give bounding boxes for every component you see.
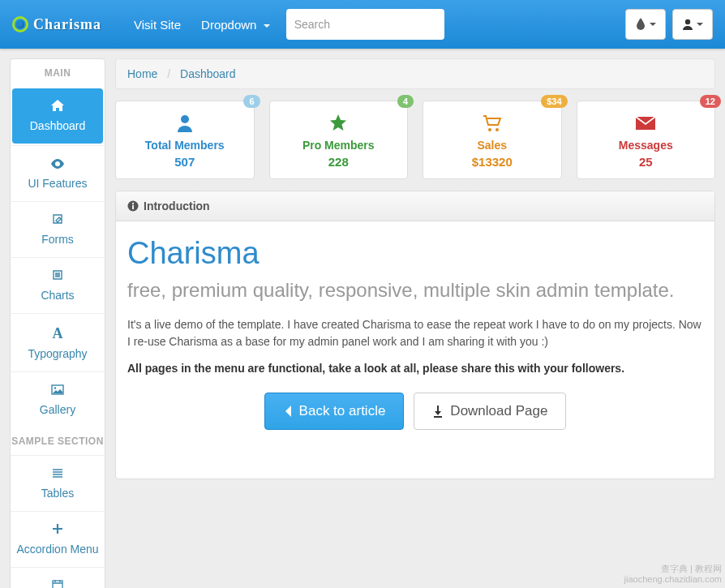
- home-icon: [51, 100, 64, 114]
- breadcrumb-sep: /: [167, 67, 170, 80]
- eye-icon: [50, 157, 65, 172]
- stat-badge: 4: [397, 95, 414, 108]
- stat-value: 25: [577, 155, 715, 169]
- chevron-left-icon: [283, 405, 293, 418]
- panel-title: Introduction: [144, 200, 210, 212]
- font-icon: A: [53, 325, 63, 342]
- logo-text: Charisma: [33, 16, 101, 33]
- dropdown-label: Dropdown: [201, 18, 256, 32]
- picture-icon: [51, 384, 64, 398]
- sidebar-header-sample: SAMPLE SECTION: [11, 427, 105, 455]
- search-input[interactable]: [294, 18, 436, 31]
- sidebar: MAIN Dashboard UI Features Forms Charts …: [10, 58, 105, 588]
- button-row: Back to article Download Page: [127, 393, 703, 430]
- breadcrumb: Home / Dashboard: [115, 58, 715, 89]
- sidebar-item-typography[interactable]: A Typography: [11, 313, 105, 371]
- sidebar-item-gallery[interactable]: Gallery: [11, 371, 105, 427]
- intro-panel-head: Introduction: [116, 191, 714, 221]
- sidebar-item-tables[interactable]: Tables: [11, 455, 105, 511]
- button-label: Back to article: [299, 403, 386, 419]
- star-icon: [270, 113, 408, 134]
- hero-title: Charisma: [127, 236, 703, 271]
- svg-point-6: [495, 128, 499, 131]
- user-icon: [116, 113, 254, 134]
- intro-panel: Introduction Charisma free, premium qual…: [115, 191, 715, 479]
- tint-icon: [635, 18, 646, 31]
- stat-pro[interactable]: 4 Pro Members 228: [269, 101, 409, 179]
- stat-title: Pro Members: [270, 139, 408, 152]
- button-label: Download Page: [450, 403, 547, 419]
- breadcrumb-home[interactable]: Home: [127, 67, 157, 80]
- svg-point-5: [488, 128, 491, 131]
- sidebar-label: Tables: [41, 487, 74, 500]
- stat-badge: 12: [700, 95, 721, 108]
- sidebar-header-main: MAIN: [11, 59, 105, 87]
- theme-button[interactable]: [625, 9, 666, 40]
- watermark-line1: 查字典 | 教程网: [624, 564, 722, 574]
- stat-title: Total Members: [116, 139, 254, 152]
- intro-panel-body: Charisma free, premium quality, responsi…: [116, 221, 714, 479]
- calendar-icon: [52, 579, 63, 588]
- download-page-button[interactable]: Download Page: [414, 393, 566, 430]
- stat-value: $13320: [423, 155, 561, 169]
- sidebar-label: UI Features: [28, 177, 87, 190]
- stat-title: Messages: [577, 139, 715, 152]
- watermark-line2: jiaocheng.chazidian.com: [624, 574, 722, 585]
- stat-badge: 6: [243, 95, 260, 108]
- sidebar-label: Typography: [28, 347, 87, 360]
- user-button[interactable]: [672, 9, 713, 40]
- logo[interactable]: Charisma: [12, 16, 101, 33]
- logo-icon: [12, 16, 28, 32]
- search-box: [286, 9, 444, 40]
- edit-icon: [52, 213, 63, 228]
- plus-icon: [52, 523, 63, 538]
- stat-badge: $34: [541, 95, 567, 108]
- chevron-down-icon: [650, 23, 656, 26]
- info-icon: [127, 200, 139, 212]
- watermark: 查字典 | 教程网 jiaocheng.chazidian.com: [624, 564, 722, 585]
- content: Home / Dashboard 6 Total Members 507 4 P…: [115, 58, 715, 588]
- list-icon: [52, 269, 63, 284]
- sidebar-label: Dashboard: [30, 119, 86, 132]
- stat-members[interactable]: 6 Total Members 507: [115, 101, 255, 179]
- sidebar-item-charts[interactable]: Charts: [11, 257, 105, 313]
- svg-rect-3: [53, 581, 62, 588]
- stat-value: 228: [270, 155, 408, 169]
- user-icon: [682, 18, 693, 31]
- svg-rect-10: [132, 205, 134, 209]
- main-area: MAIN Dashboard UI Features Forms Charts …: [0, 49, 725, 588]
- hero-bold: All pages in the menu are functional, ta…: [127, 362, 703, 375]
- nav-links: Visit Site Dropdown: [134, 18, 270, 32]
- hero-text: It's a live demo of the template. I have…: [127, 316, 703, 350]
- sidebar-label: Charts: [41, 289, 74, 302]
- cart-icon: [423, 113, 561, 134]
- sidebar-label: Gallery: [40, 403, 75, 416]
- visit-site-link[interactable]: Visit Site: [134, 18, 181, 32]
- breadcrumb-current[interactable]: Dashboard: [180, 67, 236, 80]
- align-icon: [52, 467, 63, 482]
- sidebar-item-dashboard[interactable]: Dashboard: [12, 88, 103, 144]
- top-navbar: Charisma Visit Site Dropdown: [0, 0, 725, 49]
- sidebar-item-calendar[interactable]: Calendar: [11, 567, 105, 588]
- sidebar-item-ui[interactable]: UI Features: [11, 145, 105, 201]
- svg-point-2: [54, 387, 56, 388]
- sidebar-item-accordion[interactable]: Accordion Menu: [11, 511, 105, 567]
- envelope-icon: [577, 113, 715, 134]
- chevron-down-icon: [697, 23, 703, 26]
- sidebar-label: Accordion Menu: [16, 543, 98, 556]
- download-icon: [432, 405, 444, 418]
- dropdown-link[interactable]: Dropdown: [201, 18, 270, 32]
- svg-point-0: [685, 19, 690, 24]
- sidebar-item-forms[interactable]: Forms: [11, 201, 105, 257]
- svg-point-9: [132, 203, 134, 204]
- navbar-right: [625, 9, 713, 40]
- sidebar-label: Forms: [41, 233, 74, 246]
- stat-sales[interactable]: $34 Sales $13320: [423, 101, 562, 179]
- back-to-article-button[interactable]: Back to article: [264, 393, 405, 430]
- hero-subtitle: free, premium quality, responsive, multi…: [127, 279, 703, 302]
- stat-messages[interactable]: 12 Messages 25: [577, 101, 716, 179]
- stat-title: Sales: [423, 139, 561, 152]
- stat-value: 507: [116, 155, 254, 169]
- svg-point-4: [181, 115, 189, 123]
- stats-row: 6 Total Members 507 4 Pro Members 228 $3…: [115, 101, 715, 179]
